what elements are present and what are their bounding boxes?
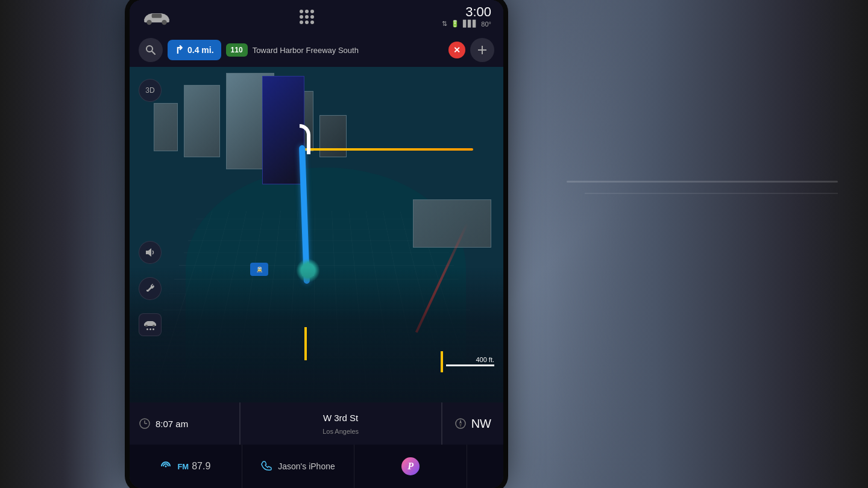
- time-section: 8:07 am: [130, 402, 240, 445]
- pandora-toolbar-item[interactable]: P: [354, 445, 467, 488]
- street-name: W 3rd St: [323, 413, 358, 423]
- expand-button[interactable]: [470, 38, 494, 62]
- position-arrow: [302, 261, 314, 276]
- svg-marker-15: [459, 424, 462, 428]
- building-group-right: [413, 199, 491, 248]
- radio-frequency: 87.9: [192, 461, 210, 472]
- volume-button[interactable]: [139, 241, 162, 264]
- 3d-label: 3D: [145, 86, 154, 95]
- svg-rect-2: [152, 14, 162, 18]
- status-bar: 3:00 ⇅ 🔋 ▋▋▋ 80°: [130, 0, 503, 33]
- compass-direction: NW: [471, 417, 491, 431]
- svg-marker-14: [459, 419, 462, 424]
- grid-dot: [305, 20, 309, 24]
- radio-band: FM: [177, 462, 189, 471]
- pandora-icon: P: [401, 457, 420, 475]
- turn-arrow-icon: ↱: [175, 43, 184, 57]
- clock-icon: [139, 418, 151, 430]
- temperature-display: 80°: [481, 20, 491, 28]
- tools-button[interactable]: [139, 277, 162, 300]
- grid-dot: [300, 15, 303, 19]
- svg-point-16: [165, 466, 167, 468]
- street-marker-1: [304, 327, 307, 360]
- close-navigation-button[interactable]: ✕: [448, 42, 465, 58]
- street-marker-2: [441, 351, 443, 372]
- vehicles-button[interactable]: [139, 313, 162, 336]
- dots-icon: [146, 328, 154, 330]
- building-2: [184, 85, 220, 157]
- phone-toolbar-item[interactable]: Jason's iPhone: [242, 445, 355, 488]
- time-display: 3:00: [465, 5, 491, 19]
- scale-label: 400 ft.: [476, 356, 494, 363]
- building-5: [319, 115, 347, 157]
- 3d-view-button[interactable]: 3D: [139, 79, 162, 102]
- status-right: 3:00 ⇅ 🔋 ▋▋▋ 80°: [442, 5, 491, 28]
- city-name: Los Angeles: [322, 428, 359, 435]
- bottom-toolbar: FM 87.9 Jason's iPhone P: [130, 445, 503, 488]
- location-section: W 3rd St Los Angeles: [241, 402, 442, 445]
- transit-marker: 🚊: [250, 263, 268, 276]
- highway-badge: 110: [226, 43, 248, 57]
- compass-section: NW: [442, 402, 503, 445]
- grid-dot: [305, 10, 309, 13]
- radio-icon: [160, 461, 171, 472]
- grid-dot: [305, 15, 309, 19]
- arrival-time: 8:07 am: [156, 419, 188, 429]
- volume-icon: [145, 247, 156, 258]
- nav-distance: 0.4 mi.: [187, 45, 214, 55]
- scale-bar: 400 ft.: [446, 356, 494, 366]
- radio-info: FM 87.9: [177, 461, 210, 472]
- tall-building: [262, 76, 304, 184]
- compass-icon: [454, 418, 467, 430]
- dash-line-2: [585, 193, 838, 194]
- main-screen: 3:00 ⇅ 🔋 ▋▋▋ 80° ↱ 0.4 mi. 110 Toward Ha…: [130, 0, 503, 488]
- nav-direction-card: ↱ 0.4 mi.: [168, 40, 221, 60]
- right-interior: [512, 0, 868, 488]
- svg-point-1: [162, 20, 166, 25]
- phone-label: Jason's iPhone: [278, 461, 335, 471]
- radio-toolbar-item[interactable]: FM 87.9: [130, 445, 242, 488]
- search-icon: [145, 45, 156, 55]
- expand-icon: [477, 45, 488, 55]
- nav-destination: Toward Harbor Freeway South: [253, 46, 444, 55]
- grid-dot: [300, 20, 303, 24]
- grid-dot: [310, 20, 314, 24]
- route-yellow: [304, 148, 473, 151]
- dash-line-1: [567, 181, 838, 183]
- grid-dot: [300, 10, 303, 13]
- bottom-info-bar: 8:07 am W 3rd St Los Angeles NW: [130, 402, 503, 445]
- grid-dot: [310, 15, 314, 19]
- map-area[interactable]: 🚊 400 ft. 3D: [130, 67, 503, 402]
- map-highlight-region: [186, 167, 466, 369]
- grid-dot: [310, 10, 314, 13]
- svg-marker-7: [146, 248, 151, 257]
- svg-line-4: [152, 51, 155, 54]
- data-transfer-icon: ⇅: [442, 20, 447, 28]
- vehicles-icon: [143, 319, 157, 327]
- map-controls: 3D: [139, 79, 162, 102]
- svg-point-0: [146, 20, 151, 25]
- phone-icon: [261, 461, 272, 472]
- position-marker: [296, 258, 320, 283]
- highway-number: 110: [231, 46, 243, 54]
- scale-line: [446, 364, 494, 366]
- signal-icon: ▋▋▋: [463, 20, 477, 28]
- left-interior: [0, 0, 127, 488]
- apps-icon[interactable]: [297, 7, 316, 27]
- building-1: [154, 103, 178, 151]
- battery-icon: 🔋: [451, 20, 459, 28]
- green-bar-item: [467, 445, 503, 488]
- car-icon: [142, 8, 172, 25]
- navigation-bar: ↱ 0.4 mi. 110 Toward Harbor Freeway Sout…: [130, 33, 503, 67]
- pandora-label: P: [407, 461, 414, 472]
- tools-icon: [145, 284, 155, 293]
- transit-icon: 🚊: [256, 266, 263, 272]
- search-button[interactable]: [139, 38, 163, 62]
- status-icons: ⇅ 🔋 ▋▋▋ 80°: [442, 20, 491, 28]
